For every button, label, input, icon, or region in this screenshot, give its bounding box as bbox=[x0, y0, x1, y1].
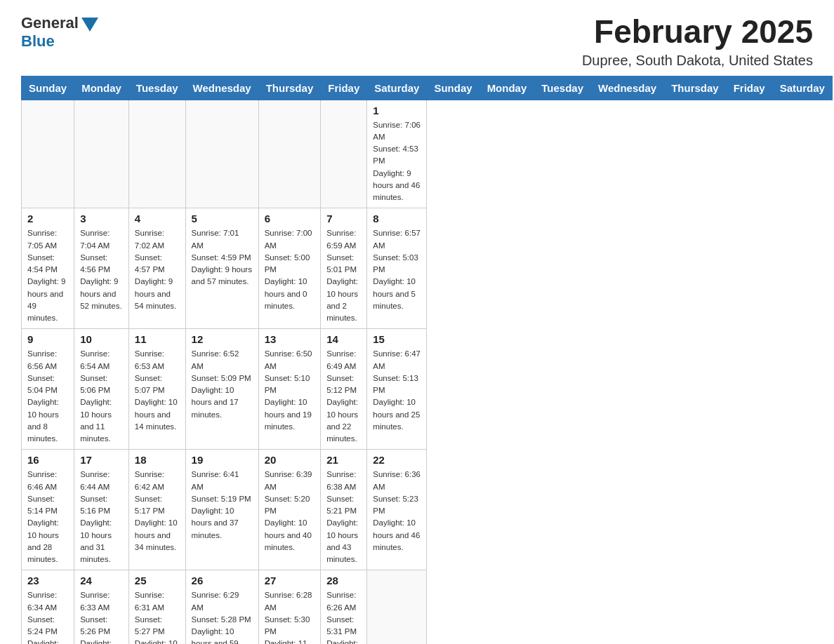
calendar-cell bbox=[367, 570, 427, 644]
day-number: 19 bbox=[192, 454, 253, 466]
calendar-cell: 12Sunrise: 6:52 AMSunset: 5:09 PMDayligh… bbox=[185, 329, 258, 450]
day-of-week-header: Tuesday bbox=[128, 76, 185, 100]
day-of-week-header: Thursday bbox=[664, 76, 727, 100]
day-info: Sunrise: 6:54 AMSunset: 5:06 PMDaylight:… bbox=[80, 348, 123, 445]
day-number: 13 bbox=[265, 333, 315, 345]
day-info: Sunrise: 7:06 AMSunset: 4:53 PMDaylight:… bbox=[373, 119, 421, 204]
day-number: 4 bbox=[135, 213, 180, 224]
day-of-week-header: Friday bbox=[321, 76, 367, 100]
day-info: Sunrise: 6:36 AMSunset: 5:23 PMDaylight:… bbox=[373, 469, 421, 554]
calendar-cell: 23Sunrise: 6:34 AMSunset: 5:24 PMDayligh… bbox=[22, 570, 74, 644]
day-info: Sunrise: 6:52 AMSunset: 5:09 PMDaylight:… bbox=[192, 348, 253, 421]
calendar-cell bbox=[74, 100, 129, 208]
day-of-week-header: Wednesday bbox=[185, 76, 258, 100]
day-info: Sunrise: 6:59 AMSunset: 5:01 PMDaylight:… bbox=[326, 227, 361, 324]
day-number: 23 bbox=[27, 575, 68, 586]
day-info: Sunrise: 6:28 AMSunset: 5:30 PMDaylight:… bbox=[265, 589, 315, 644]
day-number: 8 bbox=[373, 213, 421, 224]
calendar-cell bbox=[22, 100, 74, 208]
calendar-week-row: 1Sunrise: 7:06 AMSunset: 4:53 PMDaylight… bbox=[22, 100, 833, 208]
day-of-week-header: Wednesday bbox=[591, 76, 664, 100]
day-info: Sunrise: 6:49 AMSunset: 5:12 PMDaylight:… bbox=[326, 348, 361, 445]
calendar-cell: 20Sunrise: 6:39 AMSunset: 5:20 PMDayligh… bbox=[258, 450, 321, 570]
calendar-cell: 15Sunrise: 6:47 AMSunset: 5:13 PMDayligh… bbox=[367, 329, 427, 450]
calendar-table: SundayMondayTuesdayWednesdayThursdayFrid… bbox=[21, 76, 833, 644]
calendar-cell: 7Sunrise: 6:59 AMSunset: 5:01 PMDaylight… bbox=[321, 208, 367, 329]
day-info: Sunrise: 6:56 AMSunset: 5:04 PMDaylight:… bbox=[27, 348, 68, 445]
day-of-week-header: Tuesday bbox=[534, 76, 591, 100]
day-of-week-header: Monday bbox=[479, 76, 534, 100]
logo: General Blue bbox=[21, 14, 98, 51]
day-number: 9 bbox=[27, 333, 68, 345]
day-number: 12 bbox=[192, 333, 253, 345]
logo-general-text: General bbox=[21, 14, 79, 32]
page-header: General Blue February 2025 Dupree, South… bbox=[21, 14, 813, 69]
day-of-week-header: Saturday bbox=[772, 76, 832, 100]
day-number: 16 bbox=[27, 454, 68, 466]
calendar-week-row: 16Sunrise: 6:46 AMSunset: 5:14 PMDayligh… bbox=[22, 450, 833, 570]
day-info: Sunrise: 6:34 AMSunset: 5:24 PMDaylight:… bbox=[27, 589, 68, 644]
day-number: 11 bbox=[135, 333, 180, 345]
calendar-cell: 6Sunrise: 7:00 AMSunset: 5:00 PMDaylight… bbox=[258, 208, 321, 329]
calendar-cell: 11Sunrise: 6:53 AMSunset: 5:07 PMDayligh… bbox=[128, 329, 185, 450]
day-of-week-header: Saturday bbox=[367, 76, 427, 100]
day-of-week-header: Monday bbox=[74, 76, 129, 100]
day-number: 5 bbox=[192, 213, 253, 224]
day-info: Sunrise: 7:01 AMSunset: 4:59 PMDaylight:… bbox=[192, 227, 253, 288]
calendar-cell: 8Sunrise: 6:57 AMSunset: 5:03 PMDaylight… bbox=[367, 208, 427, 329]
calendar-cell bbox=[185, 100, 258, 208]
calendar-cell: 2Sunrise: 7:05 AMSunset: 4:54 PMDaylight… bbox=[22, 208, 74, 329]
day-info: Sunrise: 6:53 AMSunset: 5:07 PMDaylight:… bbox=[135, 348, 180, 433]
day-of-week-header: Sunday bbox=[427, 76, 479, 100]
day-info: Sunrise: 6:50 AMSunset: 5:10 PMDaylight:… bbox=[265, 348, 315, 433]
calendar-header-row: SundayMondayTuesdayWednesdayThursdayFrid… bbox=[22, 76, 833, 100]
calendar-cell: 9Sunrise: 6:56 AMSunset: 5:04 PMDaylight… bbox=[22, 329, 74, 450]
day-number: 18 bbox=[135, 454, 180, 466]
title-section: February 2025 Dupree, South Dakota, Unit… bbox=[582, 14, 813, 69]
location-subtitle: Dupree, South Dakota, United States bbox=[582, 53, 813, 69]
day-info: Sunrise: 6:42 AMSunset: 5:17 PMDaylight:… bbox=[135, 469, 180, 554]
calendar-cell: 19Sunrise: 6:41 AMSunset: 5:19 PMDayligh… bbox=[185, 450, 258, 570]
day-info: Sunrise: 6:46 AMSunset: 5:14 PMDaylight:… bbox=[27, 469, 68, 565]
day-info: Sunrise: 6:39 AMSunset: 5:20 PMDaylight:… bbox=[265, 469, 315, 554]
day-info: Sunrise: 6:38 AMSunset: 5:21 PMDaylight:… bbox=[326, 469, 361, 565]
day-info: Sunrise: 7:04 AMSunset: 4:56 PMDaylight:… bbox=[80, 227, 123, 312]
calendar-week-row: 2Sunrise: 7:05 AMSunset: 4:54 PMDaylight… bbox=[22, 208, 833, 329]
calendar-week-row: 9Sunrise: 6:56 AMSunset: 5:04 PMDaylight… bbox=[22, 329, 833, 450]
calendar-cell: 5Sunrise: 7:01 AMSunset: 4:59 PMDaylight… bbox=[185, 208, 258, 329]
day-number: 20 bbox=[265, 454, 315, 466]
day-number: 7 bbox=[326, 213, 361, 224]
day-number: 21 bbox=[326, 454, 361, 466]
day-info: Sunrise: 6:33 AMSunset: 5:26 PMDaylight:… bbox=[80, 589, 123, 644]
calendar-cell: 14Sunrise: 6:49 AMSunset: 5:12 PMDayligh… bbox=[321, 329, 367, 450]
calendar-cell: 1Sunrise: 7:06 AMSunset: 4:53 PMDaylight… bbox=[367, 100, 427, 208]
calendar-cell bbox=[321, 100, 367, 208]
day-info: Sunrise: 6:57 AMSunset: 5:03 PMDaylight:… bbox=[373, 227, 421, 312]
day-number: 17 bbox=[80, 454, 123, 466]
day-info: Sunrise: 6:29 AMSunset: 5:28 PMDaylight:… bbox=[192, 589, 253, 644]
day-number: 24 bbox=[80, 575, 123, 586]
day-info: Sunrise: 6:44 AMSunset: 5:16 PMDaylight:… bbox=[80, 469, 123, 565]
month-title: February 2025 bbox=[582, 14, 813, 50]
calendar-cell: 3Sunrise: 7:04 AMSunset: 4:56 PMDaylight… bbox=[74, 208, 129, 329]
day-number: 25 bbox=[135, 575, 180, 586]
day-number: 28 bbox=[326, 575, 361, 586]
day-number: 6 bbox=[265, 213, 315, 224]
calendar-cell: 26Sunrise: 6:29 AMSunset: 5:28 PMDayligh… bbox=[185, 570, 258, 644]
logo-blue-text: Blue bbox=[21, 32, 55, 51]
day-of-week-header: Friday bbox=[726, 76, 772, 100]
calendar-cell: 17Sunrise: 6:44 AMSunset: 5:16 PMDayligh… bbox=[74, 450, 129, 570]
calendar-cell: 25Sunrise: 6:31 AMSunset: 5:27 PMDayligh… bbox=[128, 570, 185, 644]
logo-arrow-icon bbox=[81, 18, 98, 32]
day-number: 22 bbox=[373, 454, 421, 466]
calendar-cell: 21Sunrise: 6:38 AMSunset: 5:21 PMDayligh… bbox=[321, 450, 367, 570]
day-number: 27 bbox=[265, 575, 315, 586]
day-info: Sunrise: 7:02 AMSunset: 4:57 PMDaylight:… bbox=[135, 227, 180, 312]
calendar-week-row: 23Sunrise: 6:34 AMSunset: 5:24 PMDayligh… bbox=[22, 570, 833, 644]
day-number: 10 bbox=[80, 333, 123, 345]
day-number: 1 bbox=[373, 105, 421, 116]
calendar-cell: 28Sunrise: 6:26 AMSunset: 5:31 PMDayligh… bbox=[321, 570, 367, 644]
day-info: Sunrise: 7:05 AMSunset: 4:54 PMDaylight:… bbox=[27, 227, 68, 324]
day-info: Sunrise: 6:31 AMSunset: 5:27 PMDaylight:… bbox=[135, 589, 180, 644]
calendar-cell bbox=[128, 100, 185, 208]
